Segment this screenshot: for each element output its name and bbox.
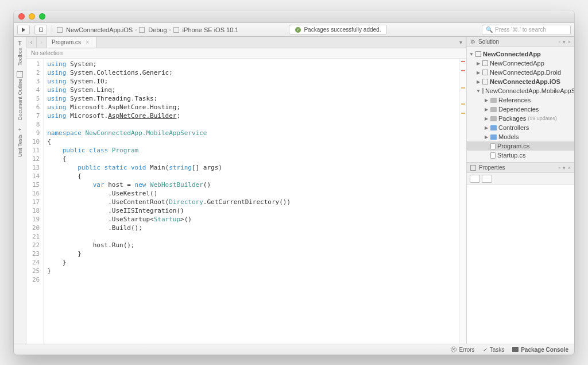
search-input[interactable]: 🔍 Press '⌘.' to search: [482, 25, 571, 35]
tab-bar: ‹ › Program.cs × ▾: [26, 37, 466, 48]
disclosure-icon[interactable]: ▼: [476, 89, 481, 94]
minimize-icon[interactable]: [29, 13, 35, 20]
separator: [52, 25, 52, 34]
panel-close-icon[interactable]: ×: [568, 39, 571, 45]
prop-tab-2[interactable]: [482, 175, 492, 183]
warning-marker[interactable]: [461, 87, 465, 89]
plus-icon: ＋: [17, 126, 22, 133]
properties-panel: Properties ▫ ▾ ×: [467, 162, 574, 344]
warning-marker[interactable]: [461, 113, 465, 114]
disclosure-icon[interactable]: ▶: [484, 135, 489, 140]
code-editor[interactable]: 1234567891011121314151617181920212223242…: [26, 59, 466, 344]
panel-options-icon[interactable]: ▾: [563, 165, 566, 171]
tree-row[interactable]: ▶NewConnectedApp.Droid: [467, 68, 574, 77]
breadcrumb-config: Debug: [148, 26, 167, 33]
folder-icon: [490, 135, 497, 140]
maximize-icon[interactable]: [39, 13, 45, 20]
titlebar: [14, 10, 574, 23]
file-icon: [490, 143, 496, 149]
solution-panel-header: ⚙ Solution ▫ ▾ ×: [467, 37, 574, 47]
tab-forward-button[interactable]: ›: [37, 37, 47, 48]
crumb-label: No selection: [31, 50, 63, 56]
status-tasks[interactable]: ✓ Tasks: [483, 347, 505, 353]
check-icon: ✓: [483, 347, 488, 353]
panel-collapse-icon[interactable]: ▫: [559, 39, 560, 45]
solution-icon: [475, 51, 481, 57]
left-rail: T Toolbox Document Outline ＋ Unit Tests: [14, 37, 26, 344]
properties-tabs: [467, 173, 574, 185]
tree-row[interactable]: ▼NewConnectedApp: [467, 49, 574, 59]
search-placeholder: Press '⌘.' to search: [495, 26, 546, 33]
tree-row[interactable]: ▶Startup.cs: [467, 151, 574, 160]
panel-controls: ▫ ▾ ×: [559, 39, 571, 45]
folder-icon: [490, 116, 497, 121]
close-icon[interactable]: [18, 13, 25, 20]
error-marker[interactable]: [461, 61, 465, 62]
chevron-right-icon: ›: [169, 27, 171, 33]
window: NewConnectedApp.iOS › Debug › iPhone SE …: [14, 10, 574, 355]
tree-row[interactable]: ▶NewConnectedApp.iOS: [467, 77, 574, 86]
properties-panel-header: Properties ▫ ▾ ×: [467, 163, 574, 173]
status-errors[interactable]: ✕ Errors: [451, 347, 474, 353]
solution-tree[interactable]: ▼NewConnectedApp▶NewConnectedApp▶NewConn…: [467, 47, 574, 162]
tree-row[interactable]: ▼NewConnectedApp.MobileAppService: [467, 86, 574, 95]
breadcrumb[interactable]: NewConnectedApp.iOS › Debug › iPhone SE …: [57, 26, 238, 33]
disclosure-icon[interactable]: ▶: [484, 116, 489, 121]
panel-close-icon[interactable]: ×: [568, 165, 571, 171]
tree-label: NewConnectedApp: [483, 51, 541, 57]
tree-label: NewConnectedApp.Droid: [490, 69, 561, 76]
run-button[interactable]: [17, 25, 30, 35]
search-icon: 🔍: [486, 26, 493, 33]
tree-row[interactable]: ▶Program.cs: [467, 141, 574, 151]
folder-icon: [490, 107, 497, 112]
tab-program-cs[interactable]: Program.cs ×: [47, 37, 96, 48]
tree-row[interactable]: ▶References: [467, 95, 574, 105]
disclosure-icon[interactable]: ▶: [476, 61, 481, 66]
tab-menu-button[interactable]: ▾: [456, 37, 466, 48]
panel-controls: ▫ ▾ ×: [559, 165, 571, 171]
breadcrumb-project: NewConnectedApp.iOS: [66, 26, 133, 33]
tree-label: NewConnectedApp.iOS: [490, 78, 560, 85]
disclosure-icon[interactable]: ▶: [484, 125, 489, 130]
folder-icon: [490, 98, 497, 103]
close-icon[interactable]: ×: [86, 39, 89, 45]
doc-outline-tab[interactable]: Document Outline: [17, 71, 23, 120]
square-icon: [39, 28, 43, 32]
disclosure-icon[interactable]: ▶: [476, 70, 481, 75]
tree-suffix: (19 updates): [528, 116, 557, 121]
tree-row[interactable]: ▶Models: [467, 132, 574, 141]
errors-icon: ✕: [451, 347, 457, 352]
warning-marker[interactable]: [461, 103, 465, 105]
tab-back-button[interactable]: ‹: [26, 37, 37, 48]
toolbar: NewConnectedApp.iOS › Debug › iPhone SE …: [14, 23, 574, 37]
project-icon: [57, 27, 63, 33]
gear-icon[interactable]: ⚙: [470, 39, 475, 45]
project-icon: [482, 79, 488, 84]
status-pill: ✓ Packages successfully added.: [289, 25, 387, 34]
tree-row[interactable]: ▶Controllers: [467, 123, 574, 132]
tree-label: NewConnectedApp: [490, 60, 544, 67]
status-bar: ✕ Errors ✓ Tasks Package Console: [14, 344, 574, 355]
status-package-console[interactable]: Package Console: [512, 347, 568, 353]
code-content[interactable]: using System;using System.Collections.Ge…: [44, 59, 291, 344]
tree-row[interactable]: ▶Dependencies: [467, 105, 574, 114]
code-crumb-bar[interactable]: No selection: [26, 48, 466, 59]
panel-collapse-icon[interactable]: ▫: [559, 165, 560, 171]
unit-tests-tab[interactable]: ＋ Unit Tests: [17, 126, 23, 157]
toolbox-tab[interactable]: T Toolbox: [17, 40, 23, 66]
tree-row[interactable]: ▶NewConnectedApp: [467, 59, 574, 68]
tab-label: Program.cs: [52, 39, 81, 45]
disclosure-icon[interactable]: ▶: [484, 107, 489, 112]
panel-options-icon[interactable]: ▾: [563, 39, 566, 45]
tree-row[interactable]: ▶Packages (19 updates): [467, 114, 574, 123]
disclosure-icon[interactable]: ▼: [469, 52, 474, 57]
disclosure-icon[interactable]: ▶: [484, 98, 489, 103]
project-icon: [482, 88, 483, 94]
config-button[interactable]: [34, 25, 47, 35]
doc-outline-icon: [17, 71, 23, 78]
error-marker[interactable]: [461, 70, 465, 71]
disclosure-icon[interactable]: ▶: [476, 79, 481, 84]
tree-label: Models: [498, 133, 519, 140]
prop-tab-1[interactable]: [470, 175, 480, 183]
tree-label: Dependencies: [498, 106, 539, 113]
